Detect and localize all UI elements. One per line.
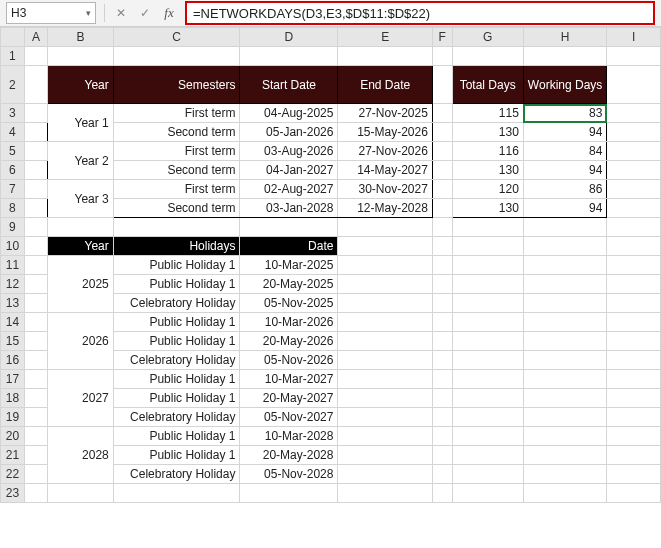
- cell[interactable]: 05-Nov-2027: [240, 408, 338, 427]
- cell[interactable]: 20-May-2028: [240, 446, 338, 465]
- cell[interactable]: 10-Mar-2025: [240, 256, 338, 275]
- col-C[interactable]: C: [113, 28, 240, 47]
- cell[interactable]: 10-Mar-2027: [240, 370, 338, 389]
- row-21[interactable]: 21: [1, 446, 25, 465]
- cell[interactable]: Public Holiday 1: [113, 370, 240, 389]
- row-10[interactable]: 10: [1, 237, 25, 256]
- fx-icon[interactable]: fx: [161, 5, 177, 21]
- row-22[interactable]: 22: [1, 465, 25, 484]
- row-20[interactable]: 20: [1, 427, 25, 446]
- row-3[interactable]: 3: [1, 104, 25, 123]
- cell[interactable]: 2027: [48, 370, 114, 427]
- cell[interactable]: 86: [523, 180, 606, 199]
- cell[interactable]: Public Holiday 1: [113, 332, 240, 351]
- row-9[interactable]: 9: [1, 218, 25, 237]
- cell[interactable]: Public Holiday 1: [113, 389, 240, 408]
- hdr-end[interactable]: End Date: [338, 66, 432, 104]
- cell[interactable]: 94: [523, 161, 606, 180]
- cell[interactable]: Celebratory Holiday: [113, 465, 240, 484]
- col-A[interactable]: A: [24, 28, 47, 47]
- cell[interactable]: 84: [523, 142, 606, 161]
- cell[interactable]: 05-Nov-2025: [240, 294, 338, 313]
- chevron-down-icon[interactable]: ▾: [86, 8, 91, 18]
- cell[interactable]: 15-May-2026: [338, 123, 432, 142]
- col-D[interactable]: D: [240, 28, 338, 47]
- hdr-work[interactable]: Working Days: [523, 66, 606, 104]
- row-5[interactable]: 5: [1, 142, 25, 161]
- row-7[interactable]: 7: [1, 180, 25, 199]
- row-8[interactable]: 8: [1, 199, 25, 218]
- cell[interactable]: Year 3: [48, 180, 114, 218]
- cell[interactable]: Second term: [113, 123, 240, 142]
- formula-input[interactable]: =NETWORKDAYS(D3,E3,$D$11:$D$22): [185, 1, 655, 25]
- hdr2-date[interactable]: Date: [240, 237, 338, 256]
- cell[interactable]: First term: [113, 180, 240, 199]
- cell[interactable]: 30-Nov-2027: [338, 180, 432, 199]
- cell[interactable]: 20-May-2027: [240, 389, 338, 408]
- hdr-start[interactable]: Start Date: [240, 66, 338, 104]
- cell[interactable]: Public Holiday 1: [113, 446, 240, 465]
- cell[interactable]: 2025: [48, 256, 114, 313]
- cell[interactable]: 115: [452, 104, 523, 123]
- cell[interactable]: 20-May-2026: [240, 332, 338, 351]
- cell[interactable]: 94: [523, 199, 606, 218]
- col-E[interactable]: E: [338, 28, 432, 47]
- active-cell-H3[interactable]: 83: [523, 104, 606, 123]
- row-23[interactable]: 23: [1, 484, 25, 503]
- cell[interactable]: 04-Jan-2027: [240, 161, 338, 180]
- grid[interactable]: A B C D E F G H I 1 2 Year Semesters Sta…: [0, 27, 661, 503]
- cell[interactable]: 14-May-2027: [338, 161, 432, 180]
- cell[interactable]: 2028: [48, 427, 114, 484]
- row-11[interactable]: 11: [1, 256, 25, 275]
- cell[interactable]: First term: [113, 104, 240, 123]
- row-16[interactable]: 16: [1, 351, 25, 370]
- hdr2-year[interactable]: Year: [48, 237, 114, 256]
- cell[interactable]: Second term: [113, 199, 240, 218]
- row-6[interactable]: 6: [1, 161, 25, 180]
- cell[interactable]: Celebratory Holiday: [113, 408, 240, 427]
- col-F[interactable]: F: [432, 28, 452, 47]
- confirm-icon[interactable]: ✓: [137, 6, 153, 20]
- cell[interactable]: 130: [452, 199, 523, 218]
- col-G[interactable]: G: [452, 28, 523, 47]
- hdr-year[interactable]: Year: [48, 66, 114, 104]
- cell[interactable]: Year 2: [48, 142, 114, 180]
- cell[interactable]: 94: [523, 123, 606, 142]
- cell[interactable]: 116: [452, 142, 523, 161]
- cell[interactable]: 27-Nov-2025: [338, 104, 432, 123]
- cell[interactable]: 03-Aug-2026: [240, 142, 338, 161]
- cell[interactable]: 10-Mar-2026: [240, 313, 338, 332]
- cell[interactable]: 04-Aug-2025: [240, 104, 338, 123]
- cell[interactable]: 05-Nov-2026: [240, 351, 338, 370]
- cell[interactable]: Celebratory Holiday: [113, 294, 240, 313]
- cell[interactable]: 2026: [48, 313, 114, 370]
- cell[interactable]: 27-Nov-2026: [338, 142, 432, 161]
- cell[interactable]: Second term: [113, 161, 240, 180]
- cell[interactable]: 03-Jan-2028: [240, 199, 338, 218]
- row-4[interactable]: 4: [1, 123, 25, 142]
- col-B[interactable]: B: [48, 28, 114, 47]
- cell[interactable]: First term: [113, 142, 240, 161]
- col-H[interactable]: H: [523, 28, 606, 47]
- cell[interactable]: Public Holiday 1: [113, 313, 240, 332]
- cell[interactable]: 05-Jan-2026: [240, 123, 338, 142]
- row-1[interactable]: 1: [1, 47, 25, 66]
- row-15[interactable]: 15: [1, 332, 25, 351]
- row-2[interactable]: 2: [1, 66, 25, 104]
- cell[interactable]: 12-May-2028: [338, 199, 432, 218]
- cell[interactable]: 130: [452, 123, 523, 142]
- cell[interactable]: Celebratory Holiday: [113, 351, 240, 370]
- row-17[interactable]: 17: [1, 370, 25, 389]
- row-14[interactable]: 14: [1, 313, 25, 332]
- cell[interactable]: Public Holiday 1: [113, 427, 240, 446]
- cell[interactable]: Public Holiday 1: [113, 256, 240, 275]
- cell[interactable]: 130: [452, 161, 523, 180]
- row-18[interactable]: 18: [1, 389, 25, 408]
- select-all[interactable]: [1, 28, 25, 47]
- cell[interactable]: 120: [452, 180, 523, 199]
- row-12[interactable]: 12: [1, 275, 25, 294]
- cell[interactable]: 20-May-2025: [240, 275, 338, 294]
- cell[interactable]: 02-Aug-2027: [240, 180, 338, 199]
- row-19[interactable]: 19: [1, 408, 25, 427]
- cell[interactable]: 05-Nov-2028: [240, 465, 338, 484]
